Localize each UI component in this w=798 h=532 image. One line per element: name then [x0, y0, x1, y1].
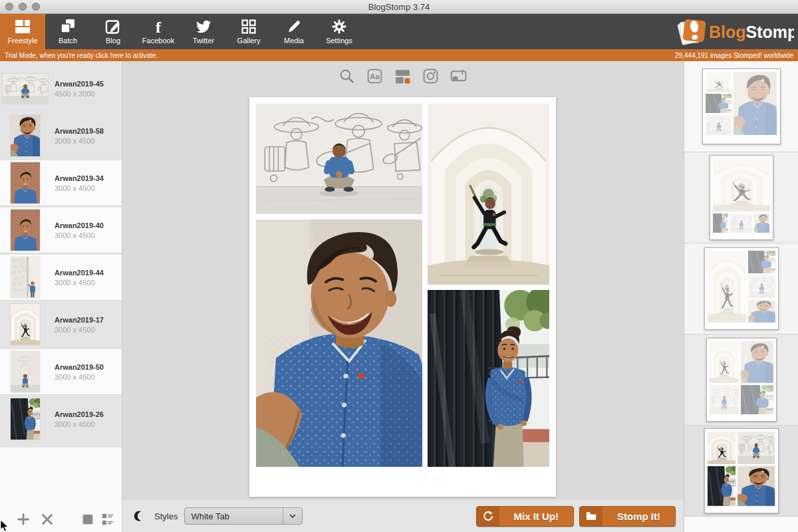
sidebar-footer — [0, 448, 122, 532]
logo-text-stomp: Stomp — [746, 23, 794, 41]
canvas-area: Aa — [122, 61, 684, 532]
mix-it-up-button[interactable]: Mix It Up! — [476, 506, 575, 527]
file-thumbnail — [0, 162, 51, 203]
tab-settings[interactable]: Settings — [317, 14, 362, 49]
tab-icon — [15, 19, 31, 35]
tab-batch[interactable]: Batch — [45, 14, 90, 49]
zoom-window-button[interactable] — [32, 3, 40, 11]
file-dimensions: 3000 x 4500 — [55, 279, 104, 287]
layout-icon — [394, 68, 411, 84]
trial-mode-message[interactable]: Trial Mode, when you're ready click here… — [5, 52, 158, 59]
plus-icon — [16, 512, 31, 527]
file-item-Arwan2019-45[interactable]: Arwan2019-45 4500 x 3000 — [0, 65, 122, 112]
canvas-tools: Aa — [249, 68, 556, 84]
add-images-button[interactable] — [16, 512, 31, 527]
tab-media[interactable]: Media — [271, 14, 317, 49]
tab-icon — [331, 19, 347, 35]
layout-style-tool-button[interactable] — [394, 68, 411, 84]
file-dimensions: 3000 x 4500 — [55, 184, 104, 192]
list-view-button[interactable] — [100, 512, 115, 527]
trial-mode-bar[interactable]: Trial Mode, when you're ready click here… — [0, 49, 798, 61]
tab-facebook[interactable]: Facebook — [136, 14, 181, 49]
dropdown-arrow[interactable] — [283, 508, 302, 524]
main-toolbar: Freestyle Batch Blog Facebook Twitter Ga… — [0, 14, 798, 49]
close-window-button[interactable] — [5, 3, 13, 11]
file-thumbnail — [0, 115, 51, 156]
file-item-Arwan2019-50[interactable]: Arwan2019-50 3000 x 4500 — [0, 348, 122, 395]
tab-label: Facebook — [142, 37, 174, 45]
tab-icon — [286, 19, 302, 35]
titlebar: BlogStomp 3.74 — [0, 0, 798, 14]
layout-preview-row — [684, 334, 798, 426]
file-thumbnail — [0, 398, 51, 440]
styles-label: Styles — [154, 511, 178, 521]
collage-photo-arch[interactable] — [428, 104, 549, 285]
toolbar-tabs: Freestyle Batch Blog Facebook Twitter Ga… — [0, 14, 362, 49]
tab-icon — [105, 19, 121, 35]
close-icon — [40, 512, 55, 527]
svg-text:Aa: Aa — [370, 72, 380, 80]
tab-twitter[interactable]: Twitter — [181, 14, 226, 49]
file-item-Arwan2019-17[interactable]: Arwan2019-17 3000 x 4500 — [0, 301, 122, 348]
layout-preview-row — [684, 426, 798, 517]
file-dimensions: 3000 x 4500 — [55, 420, 104, 428]
tab-label: Batch — [59, 37, 77, 45]
file-name: Arwan2019-40 — [55, 221, 104, 229]
tab-label: Gallery — [237, 37, 261, 45]
file-thumbnail — [0, 304, 51, 345]
square-icon — [80, 512, 95, 527]
bottom-bar: Styles White Tab Mix It Up! — [122, 500, 684, 532]
layout-preview-5[interactable] — [704, 428, 779, 513]
facebook-frame-tool-button[interactable]: f — [450, 68, 467, 84]
file-name: Arwan2019-50 — [55, 363, 104, 371]
tab-icon — [196, 19, 211, 35]
stomp-it-button[interactable]: Stomp It! — [579, 506, 676, 527]
tab-label: Media — [284, 37, 304, 45]
contrast-toggle-button[interactable] — [133, 509, 146, 523]
file-item-Arwan2019-40[interactable]: Arwan2019-40 3000 x 4500 — [0, 207, 122, 253]
facebook-frame-icon: f — [450, 68, 467, 84]
zoom-tool-button[interactable] — [338, 68, 355, 84]
layout-preview-1[interactable] — [702, 68, 781, 144]
layout-preview-row — [684, 152, 798, 243]
layout-preview-4[interactable] — [706, 338, 777, 422]
grid-view-button[interactable] — [80, 512, 95, 527]
app-window: BlogStomp 3.74 Freestyle Batch Blog Face… — [0, 0, 798, 532]
file-name: Arwan2019-44 — [55, 269, 104, 277]
text-tool-button[interactable]: Aa — [366, 68, 383, 84]
file-dimensions: 3000 x 4500 — [55, 137, 104, 145]
layout-preview-3[interactable] — [704, 247, 779, 330]
tab-icon — [241, 19, 257, 35]
tab-blog[interactable]: Blog — [90, 14, 136, 49]
style-dropdown-value: White Tab — [185, 511, 283, 521]
style-dropdown[interactable]: White Tab — [184, 507, 303, 525]
chevron-down-icon — [287, 511, 298, 521]
collage-photo-mural[interactable] — [256, 104, 422, 214]
tab-label: Settings — [326, 37, 352, 45]
collage-photo-fence[interactable] — [428, 290, 549, 467]
file-dimensions: 3000 x 4500 — [55, 373, 104, 381]
remove-images-button[interactable] — [40, 512, 55, 527]
layout-preview-row — [684, 61, 798, 152]
file-item-Arwan2019-26[interactable]: Arwan2019-26 3000 x 4500 — [0, 396, 122, 442]
tab-gallery[interactable]: Gallery — [226, 14, 271, 49]
text-icon: Aa — [366, 68, 383, 84]
file-item-Arwan2019-58[interactable]: Arwan2019-58 3000 x 4500 — [0, 112, 122, 159]
window-title: BlogStomp 3.74 — [0, 2, 798, 12]
search-icon — [338, 68, 355, 84]
collage-photo-laugh[interactable] — [256, 219, 422, 467]
instagram-icon — [422, 68, 439, 84]
tab-icon — [150, 19, 166, 35]
collage-page — [249, 97, 556, 497]
tab-freestyle[interactable]: Freestyle — [0, 14, 45, 49]
image-list: Arwan2019-45 4500 x 3000 Arwan2019-58 30… — [0, 61, 122, 442]
file-item-Arwan2019-34[interactable]: Arwan2019-34 3000 x 4500 — [0, 160, 122, 206]
tab-label: Twitter — [193, 37, 214, 45]
folder-icon — [580, 507, 602, 526]
minimize-window-button[interactable] — [19, 3, 27, 11]
tab-icon — [60, 19, 76, 35]
preview-panel-footer — [684, 517, 798, 532]
instagram-tool-button[interactable] — [422, 68, 439, 84]
layout-preview-2[interactable] — [710, 155, 773, 240]
file-item-Arwan2019-44[interactable]: Arwan2019-44 3000 x 4500 — [0, 254, 122, 301]
